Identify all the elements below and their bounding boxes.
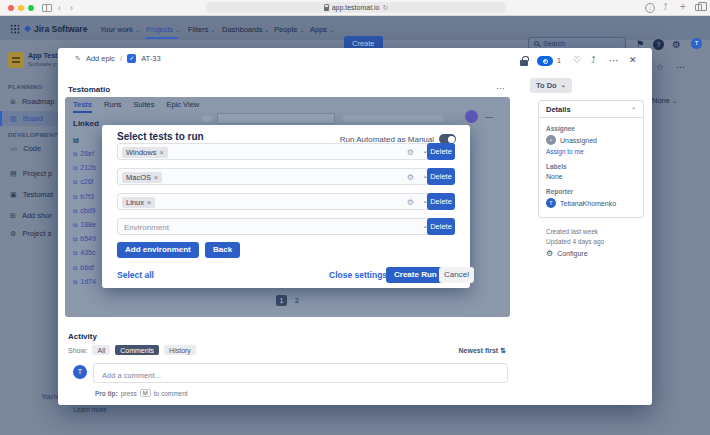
create-run-button[interactable]: Create Run xyxy=(386,267,445,283)
minimize-window-button[interactable] xyxy=(18,5,24,11)
learn-more-link[interactable]: Learn more xyxy=(10,406,170,413)
pro-tip: Pro tip: press M to comment xyxy=(95,389,188,397)
page-1[interactable]: 1 xyxy=(276,295,287,306)
test-id-link[interactable]: ⧉b6df xyxy=(73,261,96,275)
labels-value[interactable]: None xyxy=(546,173,636,180)
settings-gear-icon[interactable]: ⚙ xyxy=(672,39,681,50)
assign-to-me-link[interactable]: Assign to me xyxy=(546,148,636,155)
back-button[interactable]: Back xyxy=(205,242,240,258)
sidebar-item-testomat[interactable]: ▣Testomat xyxy=(0,187,58,202)
sort-order[interactable]: Newest first ⇅ xyxy=(458,347,506,355)
add-environment-button[interactable]: Add environment xyxy=(117,242,199,258)
nav-projects[interactable]: Projects ⌄ xyxy=(146,25,180,34)
user-avatar[interactable]: T xyxy=(691,38,702,49)
share-icon[interactable]: ⤴ xyxy=(663,2,668,12)
jira-brand[interactable]: Jira Software xyxy=(34,24,87,34)
watch-icon[interactable] xyxy=(537,56,553,66)
environment-row: Linux× ⚙ ⌄ Delete xyxy=(117,193,455,210)
assignee-value[interactable]: • Unassigned xyxy=(546,135,636,145)
sidebar-item-code[interactable]: </>Code xyxy=(0,141,58,156)
filter-history[interactable]: History xyxy=(164,345,196,355)
page-2[interactable]: 2 xyxy=(295,297,299,304)
new-tab-icon[interactable]: + xyxy=(680,2,686,12)
more-icon[interactable]: ⋯ xyxy=(676,62,685,72)
sidebar-item-add-shortcut[interactable]: ⊞Add shor xyxy=(0,208,58,223)
test-id-link[interactable]: ⧉1d74 xyxy=(73,275,96,289)
browser-sidebar-icon[interactable] xyxy=(42,4,52,12)
test-id-link[interactable]: ⧉cbd9 xyxy=(73,204,96,218)
test-id-link[interactable]: ⧉b549 xyxy=(73,232,96,246)
help-icon[interactable]: ? xyxy=(653,39,664,50)
environment-select-empty[interactable]: Environment ⌄ xyxy=(117,218,437,235)
sidebar-item-roadmap[interactable]: ≣Roadmap xyxy=(0,94,58,109)
nav-your-work[interactable]: Your work ⌄ xyxy=(100,25,140,34)
details-header[interactable]: Details ⌃ xyxy=(539,101,643,118)
zoom-window-button[interactable] xyxy=(28,5,34,11)
refresh-icon[interactable]: ↻ xyxy=(383,4,389,12)
assignee-avatar: • xyxy=(546,135,556,145)
gear-icon[interactable]: ⚙ xyxy=(407,148,414,157)
nav-apps[interactable]: Apps ⌄ xyxy=(310,25,334,34)
comment-box[interactable] xyxy=(93,363,508,383)
breadcrumb-issue-key[interactable]: AT-33 xyxy=(141,54,160,63)
star-icon[interactable]: ☆ xyxy=(656,62,664,72)
like-icon[interactable]: ♡ xyxy=(573,55,581,65)
sidebar-item-project-settings[interactable]: ⚙Project s xyxy=(0,226,58,241)
sidebar-item-board[interactable]: ▥Board xyxy=(0,111,58,126)
tab-overview-icon[interactable] xyxy=(695,4,702,11)
test-id-link[interactable]: ⧉435c xyxy=(73,246,96,260)
jira-logo-icon[interactable]: ◆ xyxy=(24,23,31,33)
app-switcher-icon[interactable] xyxy=(10,24,20,34)
labels-label: Labels xyxy=(546,163,636,170)
remove-tag-icon[interactable]: × xyxy=(147,199,151,206)
testomatio-more-icon[interactable]: ⋯ xyxy=(496,84,504,93)
comment-input[interactable] xyxy=(94,367,507,385)
delete-button[interactable]: Delete xyxy=(427,193,455,210)
gear-icon[interactable]: ⚙ xyxy=(407,173,414,182)
forward-icon[interactable]: › xyxy=(70,3,73,13)
restrictions-lock-icon[interactable] xyxy=(520,60,528,66)
breadcrumb-epic[interactable]: Add epic xyxy=(86,54,115,63)
remove-tag-icon[interactable]: × xyxy=(154,174,158,181)
tab-runs[interactable]: Runs xyxy=(104,100,122,113)
close-icon[interactable]: ✕ xyxy=(629,55,637,65)
tab-tests[interactable]: Tests xyxy=(73,100,92,113)
environment-select[interactable]: MacOS× ⚙ ⌄ xyxy=(117,168,437,185)
testomat-icon: ▣ xyxy=(10,191,17,199)
nav-dashboards[interactable]: Dashboards ⌄ xyxy=(222,25,270,34)
gear-icon[interactable]: ⚙ xyxy=(407,198,414,207)
filter-all[interactable]: All xyxy=(92,345,110,355)
test-id-link[interactable]: ⧉b7f3 xyxy=(73,190,96,204)
background-none-dropdown[interactable]: None ⌄ xyxy=(652,96,677,105)
nav-people[interactable]: People ⌄ xyxy=(274,25,304,34)
tab-epic-view[interactable]: Epic View xyxy=(166,100,199,113)
test-id-link[interactable]: ⧉188e xyxy=(73,218,96,232)
test-id-link[interactable]: ⧉212b xyxy=(73,161,96,175)
address-bar[interactable]: app.testomat.io ↻ xyxy=(206,2,506,13)
environment-select[interactable]: Linux× ⚙ ⌄ xyxy=(117,193,437,210)
close-settings-link[interactable]: Close settings xyxy=(329,270,387,280)
nav-filters[interactable]: Filters ⌄ xyxy=(188,25,216,34)
tab-suites[interactable]: Suites xyxy=(134,100,155,113)
close-window-button[interactable] xyxy=(8,5,14,11)
remove-tag-icon[interactable]: × xyxy=(159,149,163,156)
cancel-button[interactable]: Cancel xyxy=(439,267,474,283)
download-icon[interactable]: ↓ xyxy=(645,3,655,13)
share-issue-icon[interactable]: ⤴ xyxy=(591,55,596,65)
test-id-link[interactable]: ⧉26ef xyxy=(73,147,96,161)
delete-button[interactable]: Delete xyxy=(427,168,455,185)
environment-select[interactable]: Windows× ⚙ ⌄ xyxy=(117,143,437,160)
delete-button[interactable]: Delete xyxy=(427,218,455,235)
issue-more-icon[interactable]: ⋯ xyxy=(609,55,619,66)
configure-link[interactable]: ⚙ Configure xyxy=(546,249,588,258)
delete-button[interactable]: Delete xyxy=(427,143,455,160)
status-dropdown[interactable]: To Do ⌄ xyxy=(530,78,572,93)
reporter-value[interactable]: T TetianaKhomenko xyxy=(546,198,636,208)
search-input[interactable] xyxy=(543,40,613,47)
sidebar-item-project-pages[interactable]: ▤Project p xyxy=(0,166,58,181)
filter-comments[interactable]: Comments xyxy=(115,345,159,355)
back-icon[interactable]: ‹ xyxy=(58,3,61,13)
screen: ‹ › app.testomat.io ↻ ↓ ⤴ + ◆ Jira Softw… xyxy=(0,0,710,435)
test-id-link[interactable]: ⧉c26f xyxy=(73,175,96,189)
select-all-link[interactable]: Select all xyxy=(117,270,154,280)
